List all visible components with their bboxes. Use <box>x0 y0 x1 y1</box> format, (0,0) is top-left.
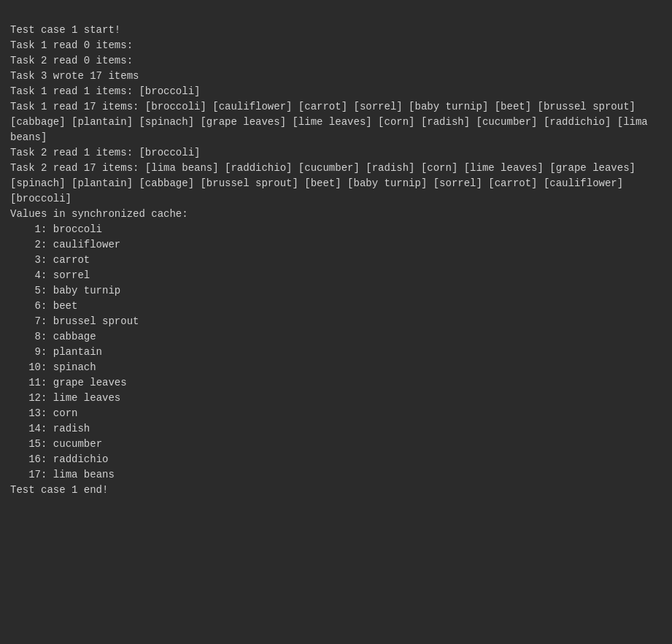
terminal-line: Task 2 read 17 items: [lima beans] [radd… <box>10 161 662 207</box>
terminal-line: 4: sorrel <box>10 268 662 283</box>
terminal-line: 14: radish <box>10 421 662 437</box>
terminal-line: Task 3 wrote 17 items <box>10 69 662 84</box>
terminal-line: 6: beet <box>10 299 662 314</box>
terminal-line: Task 1 read 17 items: [broccoli] [caulif… <box>10 99 662 145</box>
terminal-line: 13: corn <box>10 406 662 421</box>
terminal-output: Test case 1 start!Task 1 read 0 items:Ta… <box>10 7 662 498</box>
terminal-line: 8: cabbage <box>10 329 662 345</box>
terminal-line: Test case 1 start! <box>10 23 662 38</box>
terminal-line: 7: brussel sprout <box>10 314 662 329</box>
terminal-line: 15: cucumber <box>10 437 662 452</box>
terminal-line: 5: baby turnip <box>10 283 662 299</box>
terminal-line: 9: plantain <box>10 345 662 360</box>
terminal-line: Task 2 read 1 items: [broccoli] <box>10 145 662 161</box>
terminal-line: Test case 1 end! <box>10 483 662 498</box>
terminal-line: 12: lime leaves <box>10 391 662 406</box>
terminal-line: 11: grape leaves <box>10 375 662 391</box>
terminal-line: 17: lima beans <box>10 467 662 483</box>
terminal-line: Task 1 read 0 items: <box>10 38 662 53</box>
terminal-line: 10: spinach <box>10 360 662 375</box>
terminal-line: Task 1 read 1 items: [broccoli] <box>10 84 662 99</box>
terminal-line: 2: cauliflower <box>10 237 662 253</box>
terminal-line: 1: broccoli <box>10 222 662 237</box>
terminal-line: Task 2 read 0 items: <box>10 53 662 69</box>
terminal-line: 3: carrot <box>10 253 662 268</box>
terminal-line: Values in synchronized cache: <box>10 207 662 222</box>
terminal-line: 16: raddichio <box>10 452 662 467</box>
